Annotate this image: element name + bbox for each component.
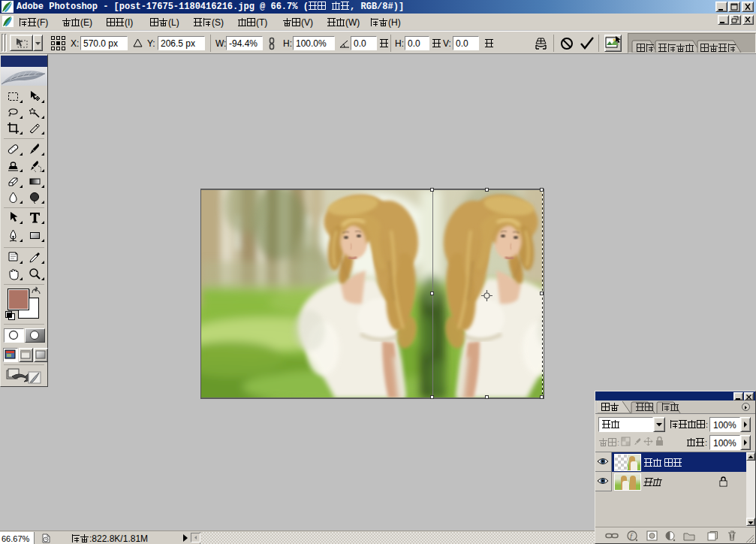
svg-text:f: f — [630, 531, 634, 540]
